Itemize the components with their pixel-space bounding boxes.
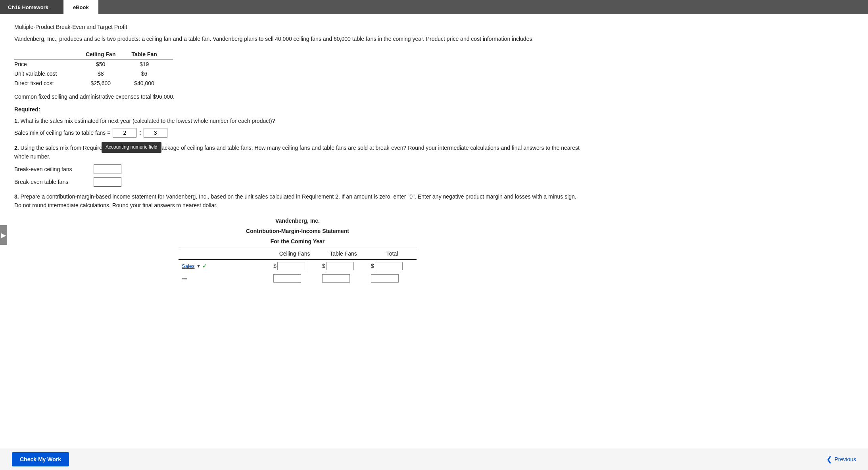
col-header-table: Table Fan [131,50,173,59]
required-header: Required: [14,106,581,113]
tab-2[interactable] [98,0,117,14]
data-table: Ceiling Fan Table Fan Price $50 $19 Unit… [14,50,173,88]
stmt-sales-ceiling-cell: $ [270,260,319,272]
table-row: Unit variable cost $8 $6 [14,69,173,78]
break-even-ceiling-row: Break-even ceiling fans [14,164,581,174]
break-even-ceiling-label: Break-even ceiling fans [14,165,94,174]
sales-mix-input-1[interactable] [113,128,136,138]
dollar-prefix-total: $ [371,262,403,270]
col-header-blank [14,50,86,59]
dollar-prefix-ceiling: $ [273,262,305,270]
common-fixed-text: Common fixed selling and administrative … [14,94,581,100]
stmt-period: For the Coming Year [14,237,581,246]
var-costs-table-input[interactable] [322,274,350,283]
colon-separator: : [139,128,141,138]
q2-number: 2. [14,145,19,151]
sales-mix-label: Sales mix of ceiling fans to table fans … [14,128,110,137]
sales-table-input[interactable] [326,262,354,270]
sales-mix-input-2[interactable] [144,128,167,138]
q3-text: Prepare a contribution-margin-based inco… [14,193,576,208]
tab-ebook[interactable]: eBook [63,0,98,14]
tooltip-accounting: Accounting numeric field [102,142,161,153]
row-dfc-label: Direct fixed cost [14,78,86,88]
break-even-ceiling-input[interactable] [94,164,121,174]
stmt-col-blank [179,248,270,260]
q3-number: 3. [14,193,19,200]
q1-text: What is the sales mix estimated for next… [21,118,275,124]
table-row: Price $50 $19 [14,59,173,69]
stmt-var-costs-ceiling [270,272,319,284]
break-even-table: Break-even ceiling fans Break-even table… [14,164,581,187]
row-price-label: Price [14,59,86,69]
sales-mix-row: Sales mix of ceiling fans to table fans … [14,128,581,138]
q2-text: Using the sales mix from Requirement 1, … [14,145,580,160]
sales-row-cell: Sales ▼ ✓ [182,262,267,270]
stmt-col-ceiling: Ceiling Fans [270,248,319,260]
row-price-table: $19 [131,59,173,69]
var-costs-cell: ▬ [182,274,267,282]
question-1: 1. What is the sales mix estimated for n… [14,117,581,138]
row-uvc-table: $6 [131,69,173,78]
row-uvc-label: Unit variable cost [14,69,86,78]
stmt-var-costs-total [368,272,417,284]
stmt-var-costs-row: ▬ [179,272,417,284]
break-even-table-label: Break-even table fans [14,178,94,186]
question-2: 2. Using the sales mix from Requirement … [14,143,581,187]
row-uvc-ceiling: $8 [86,69,131,78]
stmt-var-costs-label: ▬ [179,272,270,284]
break-even-table-row: Break-even table fans [14,177,581,187]
stmt-title: Contribution-Margin-Income Statement [14,227,581,235]
dollar-sign-ceiling: $ [273,262,277,270]
row-dfc-table: $40,000 [131,78,173,88]
dollar-sign-total: $ [371,262,374,270]
row-dfc-ceiling: $25,600 [86,78,131,88]
stmt-var-costs-table [319,272,368,284]
top-nav: Ch16 Homework eBook [0,0,868,14]
table-row: Direct fixed cost $25,600 $40,000 [14,78,173,88]
col-header-ceiling: Ceiling Fan [86,50,131,59]
break-even-table-input[interactable] [94,177,121,187]
stmt-col-table: Table Fans [319,248,368,260]
intro-text: Vandenberg, Inc., produces and sells two… [14,35,581,43]
var-costs-label-text: ▬ [182,274,187,282]
sales-ceiling-input[interactable] [277,262,305,270]
page-title: Multiple-Product Break-Even and Target P… [14,24,581,30]
main-content: Multiple-Product Break-Even and Target P… [0,14,595,321]
row-price-ceiling: $50 [86,59,131,69]
nav-title: Ch16 Homework [0,0,63,14]
q1-number: 1. [14,118,19,124]
sales-total-input[interactable] [375,262,403,270]
sales-dropdown[interactable]: Sales [182,263,195,269]
income-stmt-table: Ceiling Fans Table Fans Total Sales ▼ ✓ [179,248,417,284]
var-costs-total-input[interactable] [371,274,399,283]
stmt-col-total: Total [368,248,417,260]
dollar-sign-table: $ [322,262,325,270]
stmt-sales-table-cell: $ [319,260,368,272]
question-3: 3. Prepare a contribution-margin-based i… [14,192,581,284]
stmt-sales-row: Sales ▼ ✓ $ $ [179,260,417,272]
stmt-sales-label-cell: Sales ▼ ✓ [179,260,270,272]
dropdown-arrow-icon: ▼ [196,263,201,270]
stmt-sales-total-cell: $ [368,260,417,272]
sidebar-toggle[interactable]: ▶ [0,225,7,245]
stmt-company: Vandenberg, Inc. [14,216,581,225]
dollar-prefix-table: $ [322,262,354,270]
sales-check-icon: ✓ [202,262,207,270]
var-costs-ceiling-input[interactable] [273,274,301,283]
